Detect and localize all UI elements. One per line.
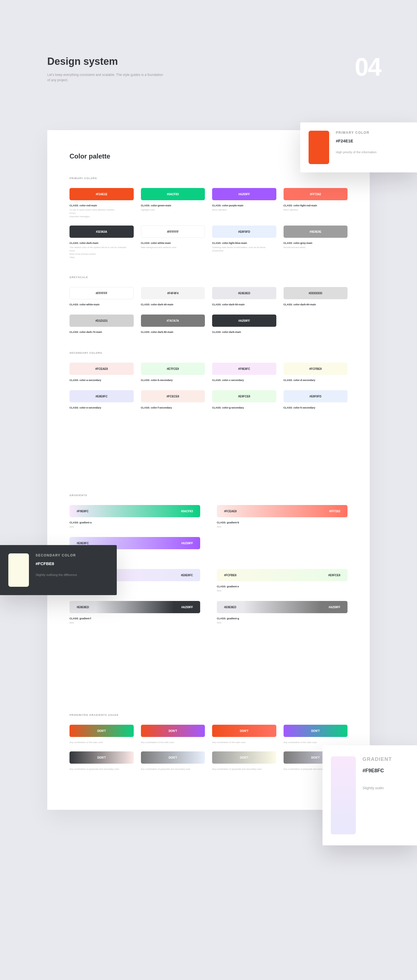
gradient-from-label: #FCFBE8 — [224, 574, 236, 577]
color-swatch-block: #F4F4F4CLASS: color-dark-40-main — [141, 287, 205, 307]
color-swatch-block: #DDDDDDCLASS: color-dark-60-main — [283, 287, 348, 307]
swatch-description: To use in cases where extra attention ne… — [70, 208, 134, 218]
color-swatch-block: #E8E8FCCLASS: color-e-secondary — [70, 390, 134, 410]
gradient-from-label: #E8E8ED — [224, 606, 236, 609]
class-label: CLASS: color-green-main — [141, 204, 205, 207]
swatch-description: Outlining main blocks of information, su… — [212, 246, 276, 253]
class-label: CLASS: color-white-main — [141, 242, 205, 245]
popup-swatch-gradient — [331, 756, 356, 834]
color-swatch-block: #A259FFCLASS: color-dark-main — [212, 315, 276, 335]
prohibited-swatch-block: DON'TAny combination of the main color — [70, 725, 134, 744]
color-swatch-block: #32363ACLASS: color-dark-mainThe darkest… — [70, 226, 134, 259]
class-label: CLASS: gradient-b — [217, 521, 347, 524]
class-label: CLASS: color-white-main — [70, 303, 134, 306]
popup-swatch — [309, 131, 329, 164]
prohibited-swatch: DON'T — [141, 725, 205, 737]
class-label: CLASS: color-dark-60-main — [283, 303, 348, 306]
label-secondary-colors: SECONDARY COLORS — [70, 352, 347, 354]
prohibited-swatch-block: DON'TAny combination of the main color — [141, 725, 205, 744]
gradient-to-label: #0ACF83 — [181, 510, 193, 513]
class-label: CLASS: color-f-secondary — [141, 406, 205, 409]
prohibited-swatch-block: DON'TAny combination of greyscale and se… — [212, 751, 276, 771]
gradient-description: 90% — [217, 525, 347, 529]
popup-note: Slightly outlining the difference — [36, 573, 77, 576]
page-number: 04 — [355, 53, 381, 81]
popup-hex: #F24E1E — [336, 138, 377, 143]
class-label: CLASS: color-red-main — [70, 204, 134, 207]
class-label: CLASS: color-dark-50-main — [212, 303, 276, 306]
class-label: CLASS: color-light-blue-main — [212, 242, 276, 245]
color-swatch-block: #FF7262CLASS: color-light-red-mainMinor … — [283, 188, 348, 218]
gradient-to-label: #FF7262 — [329, 510, 340, 513]
prohibited-description: Any combination of the main color — [70, 741, 134, 744]
popup-note: Slightly outlin — [363, 786, 392, 790]
popup-hex: #F9E8FC — [363, 768, 392, 774]
class-label: CLASS: gradient-a — [70, 521, 200, 524]
prohibited-swatch: DON'T — [141, 751, 205, 764]
prohibited-description: Any combination of greyscale and seconda… — [70, 768, 134, 771]
class-label: CLASS: color-h-secondary — [283, 406, 348, 409]
class-label: CLASS: color-e-secondary — [70, 406, 134, 409]
label-gradients: GRADIENTS — [70, 494, 347, 497]
popup-gradient: GRADIENT #F9E8FC Slightly outlin — [323, 745, 417, 845]
class-label: CLASS: color-b-secondary — [141, 379, 205, 382]
gradient-swatch: #F9E8FC#0ACF83 — [70, 505, 200, 517]
gradient-swatch: #FCEAE8#FF7262 — [217, 505, 347, 517]
color-swatch: #F9E8FC — [212, 363, 276, 375]
class-label: CLASS: color-g-secondary — [212, 406, 276, 409]
color-swatch: #D1D1D1 — [70, 315, 134, 327]
color-swatch: #E8F0FD — [283, 390, 348, 402]
color-swatch: #FCFBE8 — [283, 363, 348, 375]
popup-secondary-color: SECONDARY COLOR #FCFBE8 Slightly outlini… — [0, 545, 117, 595]
gradient-swatch: #FCFBE8#E9FCE8 — [217, 569, 347, 581]
gradient-to-label: #E8E8FC — [181, 574, 193, 577]
class-label: CLASS: color-dark-main — [70, 242, 134, 245]
color-swatch-block: #FFFFFFCLASS: color-white-mainMain backg… — [141, 226, 205, 259]
grid-prohibited: DON'TAny combination of the main colorDO… — [70, 725, 347, 771]
class-label: CLASS: gradient-e — [217, 585, 347, 588]
color-swatch-block: #A259FFCLASS: color-purple-mainMinor att… — [212, 188, 276, 218]
page-subtitle: Let's keep everything consistent and sca… — [47, 72, 164, 83]
class-label: CLASS: gradient-f — [70, 617, 200, 620]
label-primary-colors: PRIMARY COLORS — [70, 177, 347, 180]
color-swatch: #DDDDDD — [283, 287, 348, 299]
class-label: CLASS: color-purple-main — [212, 204, 276, 207]
grid-greyscale: #FFFFFFCLASS: color-white-main#F4F4F4CLA… — [70, 287, 347, 335]
gradient-to-label: #A259FF — [181, 542, 193, 545]
grid-secondary-colors: #FCEAE8CLASS: color-a-secondary#E7FCE9CL… — [70, 363, 347, 410]
color-swatch: #FF7262 — [283, 188, 348, 200]
header: Design system Let's keep everything cons… — [0, 0, 417, 83]
popup-eyebrow: SECONDARY COLOR — [36, 554, 77, 557]
gradient-description: 90% — [217, 621, 347, 625]
design-system-card: Color palette PRIMARY COLORS #F24E1ECLAS… — [47, 130, 370, 810]
gradient-swatch: #E8E8ED#A259FF — [70, 601, 200, 613]
color-swatch-block: #F24E1ECLASS: color-red-mainTo use in ca… — [70, 188, 134, 218]
gradient-from-label: #E8E8FC — [77, 542, 89, 545]
color-swatch: #E7FCE9 — [141, 363, 205, 375]
color-swatch-block: #0ACF83CLASS: color-green-mainHighlight … — [141, 188, 205, 218]
color-swatch: #E9FCE8 — [212, 390, 276, 402]
gradient-from-label: #FCEAE8 — [224, 510, 237, 513]
color-swatch: #E8E8FC — [70, 390, 134, 402]
gradient-to-label: #A259FF — [329, 606, 340, 609]
color-swatch-block: #D1D1D1CLASS: color-dark-70-main — [70, 315, 134, 335]
swatch-description: Minor attention — [283, 208, 348, 212]
color-swatch-block: #9E9E9ECLASS: color-grey-mainNormal text… — [283, 226, 348, 259]
gradient-to-label: #E9FCE8 — [328, 574, 340, 577]
color-swatch: #FCEAE8 — [70, 363, 134, 375]
color-swatch-block: #E7FCE9CLASS: color-b-secondary — [141, 363, 205, 383]
popup-primary-color: PRIMARY COLOR #F24E1E High priority of t… — [300, 123, 417, 172]
color-swatch: #A259FF — [212, 315, 276, 327]
color-swatch: #0ACF83 — [141, 188, 205, 200]
popup-eyebrow: GRADIENT — [363, 756, 392, 762]
gradient-description: 90% — [217, 589, 347, 593]
color-swatch-block: #E8F0FDCLASS: color-h-secondary — [283, 390, 348, 410]
color-swatch-block: #FCEAE8CLASS: color-a-secondary — [70, 363, 134, 383]
gradient-description: 90% — [70, 621, 200, 625]
prohibited-swatch-block: DON'TAny combination of the main color — [283, 725, 348, 744]
class-label: CLASS: color-dark-70-main — [70, 331, 134, 333]
color-swatch-block: #7A7A7ACLASS: color-dark-80-main — [141, 315, 205, 335]
color-swatch: #F24E1E — [70, 188, 134, 200]
swatch-description: Highlight color — [141, 208, 205, 212]
color-swatch: #FCECE8 — [141, 390, 205, 402]
